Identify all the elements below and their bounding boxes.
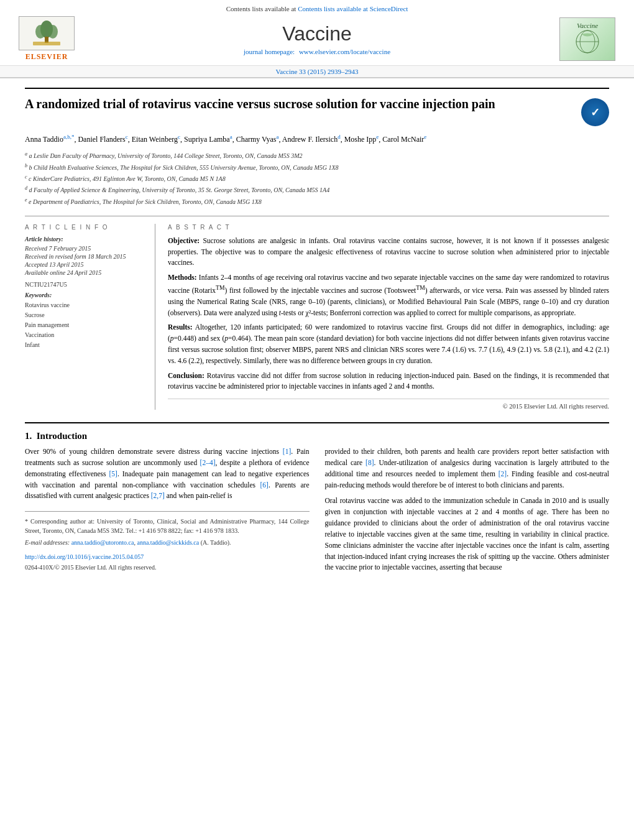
author-carol-sup: e (424, 134, 426, 140)
received-revised-date: Received in revised form 18 March 2015 (25, 253, 145, 260)
ref-2-7[interactable]: [2,7] (151, 492, 165, 499)
homepage-url[interactable]: www.elsevier.com/locate/vaccine (299, 48, 390, 55)
abstract-objective: Objective: Sucrose solutions are analges… (168, 236, 609, 269)
section-divider (25, 422, 609, 423)
abstract-text: Objective: Sucrose solutions are analges… (168, 236, 609, 392)
author-andrew-sup: d (338, 134, 341, 140)
abstract-header: A B S T R A C T (168, 224, 609, 231)
body-col-left: Over 90% of young children demonstrate s… (25, 446, 310, 578)
keywords-list: Rotavirus vaccine Sucrose Pain managemen… (25, 300, 145, 350)
affiliation-e: e e Department of Paediatrics, The Hospi… (25, 196, 609, 206)
keyword-2: Sucrose (25, 310, 145, 320)
contents-label: Contents lists available at (226, 5, 298, 12)
ref-2-right[interactable]: [2] (498, 470, 507, 478)
footnote-email: E-mail addresses: anna.taddio@utoronto.c… (25, 538, 310, 547)
journal-title: Vaccine (81, 22, 553, 45)
keyword-1: Rotavirus vaccine (25, 300, 145, 310)
intro-para-3: Oral rotavirus vaccine was added to the … (325, 496, 610, 573)
affiliation-b: b b Child Health Evaluative Sciences, Th… (25, 162, 609, 172)
received-date: Received 7 February 2015 (25, 245, 145, 252)
intro-para-1: Over 90% of young children demonstrate s… (25, 446, 310, 502)
author-anna-sup: a,b,* (63, 134, 75, 140)
author-eitan-sup: c (178, 134, 180, 140)
sciencedirect-link[interactable]: Contents lists available at ScienceDirec… (298, 5, 408, 12)
sciencedirect-bar: Contents lists available at Contents lis… (0, 5, 634, 12)
body-two-col: Over 90% of young children demonstrate s… (25, 446, 609, 578)
journal-homepage: journal homepage: www.elsevier.com/locat… (81, 48, 553, 55)
authors-line: Anna Taddioa,b,*, Daniel Flandersc, Eita… (25, 132, 609, 145)
intro-para-2: provided to their children, both parents… (325, 446, 610, 491)
author-moshe-sup: e (376, 134, 379, 140)
article-info-header: A R T I C L E I N F O (25, 224, 145, 231)
affiliation-c: c c KinderCare Pediatrics, 491 Eglinton … (25, 173, 609, 183)
doi-line[interactable]: http://dx.doi.org/10.1016/j.vaccine.2015… (25, 552, 310, 561)
author-daniel: Daniel Flanders (78, 135, 125, 144)
vaccine-logo-img: Vaccine (559, 17, 615, 61)
elsevier-logo: ELSEVIER (12, 16, 81, 62)
page: Contents lists available at Contents lis… (0, 0, 634, 840)
abstract-methods: Methods: Infants 2–4 months of age recei… (168, 272, 609, 318)
footnote-corresponding: * Corresponding author at: University of… (25, 517, 310, 535)
article-info-abstract: A R T I C L E I N F O Article history: R… (25, 216, 609, 410)
accepted-date: Accepted 13 April 2015 (25, 261, 145, 268)
article-title: A randomized trial of rotavirus vaccine … (25, 95, 495, 113)
available-date: Available online 24 April 2015 (25, 269, 145, 276)
author-daniel-sup: c (126, 134, 128, 140)
journal-header: Contents lists available at Contents lis… (0, 0, 634, 78)
abstract-results: Results: Altogether, 120 infants partici… (168, 322, 609, 366)
ref-1[interactable]: [1] (283, 448, 291, 455)
author-supriya: Supriya Lamba (184, 135, 230, 144)
journal-title-center: Vaccine journal homepage: www.elsevier.c… (81, 22, 553, 55)
main-content: A randomized trial of rotavirus vaccine … (0, 78, 634, 588)
body-col-right: provided to their children, both parents… (325, 446, 610, 578)
article-id-bar: Vaccine 33 (2015) 2939–2943 (0, 65, 634, 77)
abstract-conclusion: Conclusion: Rotavirus vaccine did not di… (168, 371, 609, 393)
article-info-col: A R T I C L E I N F O Article history: R… (25, 224, 155, 410)
elsevier-text: ELSEVIER (25, 52, 68, 62)
author-moshe: Moshe Ipp (344, 135, 377, 144)
author-charmy: Charmy Vyas (236, 135, 277, 144)
ref-6[interactable]: [6] (260, 481, 269, 489)
keyword-4: Vaccination (25, 330, 145, 340)
author-andrew: Andrew F. Ilersich (282, 135, 338, 144)
ref-8[interactable]: [8] (365, 459, 374, 466)
email-2[interactable]: anna.taddio@sickkids.ca (137, 539, 199, 546)
abstract-col: A B S T R A C T Objective: Sucrose solut… (168, 224, 609, 410)
svg-point-1 (35, 25, 45, 39)
author-eitan: Eitan Weinberg (132, 135, 178, 144)
author-anna: Anna Taddio (25, 135, 63, 144)
email-1[interactable]: anna.taddio@utoronto.ca (71, 539, 134, 546)
footnote-area: * Corresponding author at: University of… (25, 511, 310, 572)
ncti-number: NCTIU21747U5 (25, 281, 145, 288)
author-supriya-sup: a (230, 134, 232, 140)
author-charmy-sup: a (276, 134, 278, 140)
affiliations: a a Leslie Dan Faculty of Pharmacy, Univ… (25, 150, 609, 206)
article-title-section: A randomized trial of rotavirus vaccine … (25, 88, 609, 126)
vaccine-logo-box: Vaccine (553, 17, 622, 61)
keywords-label: Keywords: (25, 292, 145, 298)
section-number: 1. Introduction (25, 431, 609, 441)
keyword-5: Infant (25, 340, 145, 350)
ref-5[interactable]: [5] (109, 470, 117, 478)
crossmark-badge (581, 98, 609, 126)
article-history-label: Article history: (25, 236, 145, 242)
affiliation-a: a a Leslie Dan Faculty of Pharmacy, Univ… (25, 150, 609, 160)
journal-main-header: ELSEVIER Vaccine journal homepage: www.e… (0, 16, 634, 65)
keyword-3: Pain management (25, 320, 145, 330)
author-carol: Carol McNair (382, 135, 424, 144)
svg-rect-4 (33, 42, 60, 45)
homepage-label: journal homepage: (244, 48, 295, 55)
svg-point-2 (48, 25, 58, 39)
elsevier-logo-box (19, 16, 75, 50)
ref-2-4[interactable]: [2–4] (200, 459, 216, 466)
copyright-line: © 2015 Elsevier Ltd. All rights reserved… (168, 399, 609, 410)
issn-line: 0264-410X/© 2015 Elsevier Ltd. All right… (25, 563, 310, 572)
affiliation-d: d d Faculty of Applied Science & Enginee… (25, 185, 609, 195)
email-suffix: (A. Taddio). (201, 539, 231, 546)
